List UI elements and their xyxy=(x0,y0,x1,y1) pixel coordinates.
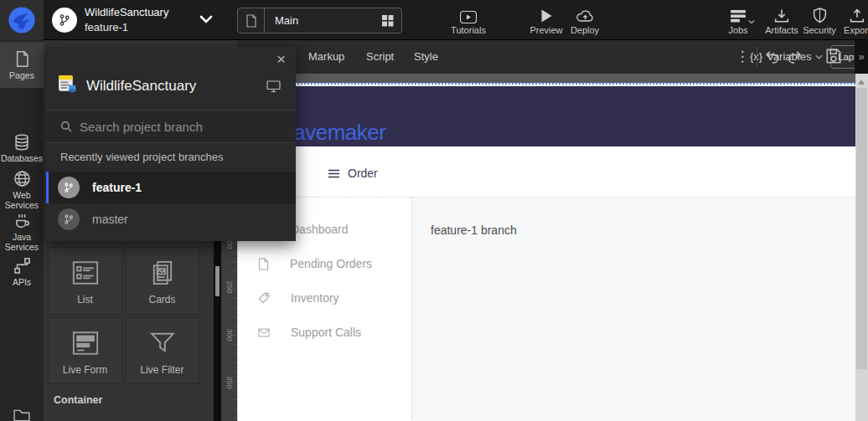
branch-search-row xyxy=(46,110,296,143)
redo-button[interactable] xyxy=(786,48,803,65)
project-branch-name: feature-1 xyxy=(85,21,128,33)
canvas-nav-label: Inventory xyxy=(291,291,339,305)
branch-item-feature-1[interactable]: feature-1 xyxy=(46,172,296,203)
wavemaker-studio: wavemaker Order Dashboard Pending Order xyxy=(0,0,868,421)
canvas-nav-pending-orders[interactable]: Pending Orders xyxy=(258,257,372,270)
canvas-nav-inventory[interactable]: Inventory xyxy=(258,291,339,305)
sidebar-item-file-explorer[interactable] xyxy=(0,408,44,421)
pages-icon xyxy=(0,50,44,68)
grid-view-icon[interactable] xyxy=(381,14,401,27)
design-canvas: wavemaker Order Dashboard Pending Order xyxy=(237,74,855,421)
deploy-cloud-icon xyxy=(561,5,608,23)
branch-search-input[interactable] xyxy=(80,120,272,134)
studio-topbar: WildlifeSanctuary feature-1 Main Tutoria… xyxy=(0,0,868,40)
sidebar-item-pages[interactable]: Pages xyxy=(0,42,44,88)
monitor-icon[interactable] xyxy=(266,80,281,93)
sidebar-item-apis[interactable]: APIs xyxy=(0,257,44,287)
tab-style[interactable]: Style xyxy=(414,40,438,74)
canvas-tab-order[interactable]: Order xyxy=(328,167,378,180)
widget-label: Live Form xyxy=(49,364,121,376)
canvas-page[interactable]: wavemaker Order Dashboard Pending Order xyxy=(237,83,855,421)
live-filter-widget-icon xyxy=(126,330,199,357)
tutorials-youtube-icon xyxy=(445,5,492,23)
widget-tile-live-form[interactable]: Live Form xyxy=(48,317,122,384)
sidebar-item-databases[interactable]: Databases xyxy=(0,134,44,163)
save-button[interactable] xyxy=(824,47,843,65)
palette-section-container[interactable]: Container xyxy=(54,394,102,406)
close-icon[interactable]: × xyxy=(276,50,286,69)
folder-icon xyxy=(0,408,44,421)
cards-widget-icon xyxy=(126,259,199,286)
export-button[interactable]: Export xyxy=(834,5,868,35)
page-selector-value: Main xyxy=(265,14,381,27)
project-branch-avatar[interactable] xyxy=(52,8,77,33)
dropdown-project-name: WildlifeSanctuary xyxy=(86,78,196,95)
expand-panel-button[interactable]: » xyxy=(855,40,868,74)
ruler-mark: 350 xyxy=(225,375,234,391)
branch-name: master xyxy=(92,213,128,226)
tag-icon xyxy=(258,292,270,304)
scrollbar-thumb[interactable] xyxy=(856,88,867,369)
coffee-cup-icon xyxy=(0,212,44,229)
tutorials-button[interactable]: Tutorials xyxy=(445,5,492,35)
widget-tile-live-filter[interactable]: Live Filter xyxy=(125,317,199,384)
sidebar-item-label: Databases xyxy=(0,153,44,163)
canvas-nav-label: Support Calls xyxy=(291,326,361,339)
database-icon xyxy=(0,134,44,151)
app-header-widget[interactable]: wavemaker xyxy=(239,86,856,146)
jobs-chevron-icon[interactable] xyxy=(748,19,755,24)
ruler-mark: 250 xyxy=(225,280,234,295)
palette-scrollbar-thumb[interactable] xyxy=(215,266,220,296)
globe-icon xyxy=(0,170,44,187)
sidebar-item-label: Java Services xyxy=(0,232,44,253)
widget-label: Cards xyxy=(126,294,199,305)
chevron-down-icon xyxy=(815,54,823,59)
tab-script[interactable]: Script xyxy=(366,40,394,74)
widget-label: List xyxy=(49,294,121,305)
canvas-nav-support-calls[interactable]: Support Calls xyxy=(258,326,361,339)
canvas-content-panel[interactable]: feature-1 branch xyxy=(412,198,856,421)
page-selector[interactable]: Main xyxy=(237,8,402,33)
sidebar-item-label: Web Services xyxy=(0,190,44,211)
project-switcher-chevron-icon[interactable] xyxy=(199,15,213,23)
git-branch-icon xyxy=(58,208,80,230)
document-icon xyxy=(258,258,269,270)
project-name: WildlifeSanctuary xyxy=(85,6,168,18)
git-branch-icon xyxy=(58,177,80,198)
widget-tile-cards[interactable]: Cards xyxy=(125,247,199,315)
envelope-icon xyxy=(258,328,270,337)
more-options-button[interactable]: ⋮ xyxy=(734,40,751,74)
sidebar-item-web-services[interactable]: Web Services xyxy=(0,170,44,211)
sidebar-item-label: APIs xyxy=(0,277,44,287)
canvas-nav-label: Pending Orders xyxy=(290,257,372,270)
project-branch-dropdown: × WildlifeSanctuary Recently viewed pro xyxy=(46,47,296,241)
page-file-icon xyxy=(238,8,265,33)
scroll-up-arrow-icon[interactable] xyxy=(858,80,865,85)
tab-markup[interactable]: Markup xyxy=(308,40,344,74)
sidebar-item-label: Pages xyxy=(0,70,44,80)
jobs-label: Jobs xyxy=(715,25,762,35)
live-form-widget-icon xyxy=(49,330,121,357)
undo-button[interactable] xyxy=(763,48,781,65)
toolbar-divider xyxy=(757,47,757,67)
ruler-mark: 300 xyxy=(225,327,234,343)
recent-branches-label: Recently viewed project branches xyxy=(60,151,223,163)
canvas-vertical-scrollbar[interactable] xyxy=(855,74,868,421)
sidebar-item-java-services[interactable]: Java Services xyxy=(0,212,44,253)
deploy-button[interactable]: Deploy xyxy=(561,5,608,35)
project-app-icon xyxy=(57,74,78,95)
widget-label: Live Filter xyxy=(126,364,199,376)
wavemaker-logo[interactable] xyxy=(0,0,44,40)
tutorials-label: Tutorials xyxy=(445,25,492,35)
branch-name: feature-1 xyxy=(92,181,142,194)
canvas-tab-label: Order xyxy=(348,167,378,180)
export-label: Export xyxy=(834,25,868,35)
widget-tile-list[interactable]: List xyxy=(48,247,122,315)
canvas-nav-label: Dashboard xyxy=(291,223,349,236)
search-icon xyxy=(60,121,72,132)
canvas-content-text: feature-1 branch xyxy=(431,223,517,237)
horizontal-ruler xyxy=(237,74,855,83)
studio-sidebar: Pages Databases Web Services Java Servic… xyxy=(0,40,44,421)
branch-item-master[interactable]: master xyxy=(46,203,296,235)
export-upload-icon xyxy=(834,5,868,23)
